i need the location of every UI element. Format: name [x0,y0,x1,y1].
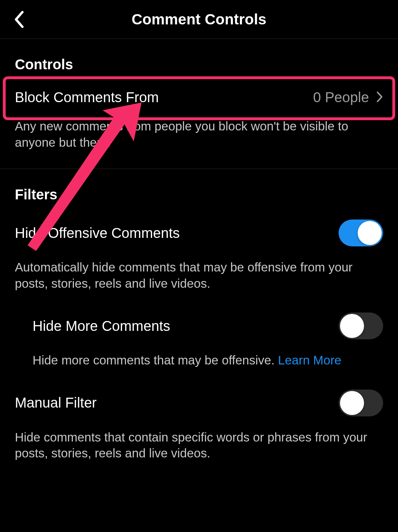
manual-filter-toggle[interactable] [339,390,383,416]
block-comments-label: Block Comments From [15,89,313,105]
hide-more-label: Hide More Comments [33,318,339,334]
hide-more-row: Hide More Comments [0,303,398,349]
block-comments-row[interactable]: Block Comments From 0 People [0,80,398,115]
section-heading-filters: Filters [0,169,398,210]
manual-filter-row: Manual Filter [0,380,398,426]
block-comments-description: Any new comments from people you block w… [0,115,398,162]
page-title: Comment Controls [132,11,266,28]
learn-more-link[interactable]: Learn More [278,353,341,367]
section-heading-controls: Controls [0,39,398,80]
hide-more-toggle[interactable] [339,312,383,339]
hide-more-description: Hide more comments that may be offensive… [0,349,398,380]
back-button[interactable] [10,11,28,28]
block-comments-value: 0 People [313,89,369,105]
hide-offensive-description: Automatically hide comments that may be … [0,256,398,303]
hide-more-description-text: Hide more comments that may be offensive… [33,353,278,367]
chevron-left-icon [13,10,25,29]
manual-filter-description: Hide comments that contain specific word… [0,426,398,473]
hide-offensive-row: Hide Offensive Comments [0,210,398,256]
chevron-right-icon [376,91,383,104]
header: Comment Controls [0,0,398,39]
hide-offensive-label: Hide Offensive Comments [15,225,339,241]
hide-offensive-toggle[interactable] [339,220,383,246]
manual-filter-label: Manual Filter [15,395,339,411]
